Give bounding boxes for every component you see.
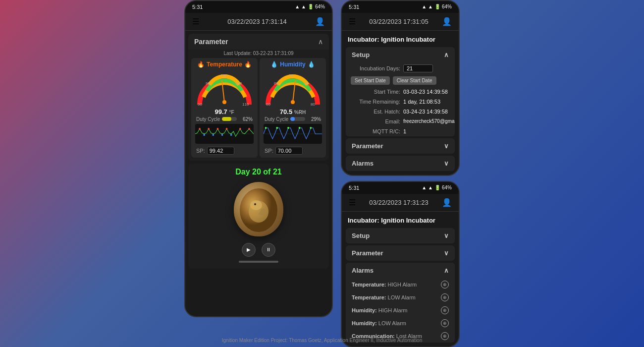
footer: Ignition Maker Edition Project: Thomas G… [0,335,644,344]
est-hatch-row: Est. Hatch: 03-24-23 14:39:58 [346,107,455,116]
parameter-section-left: Parameter ∧ Last Update: 03-22-23 17:31:… [188,34,329,161]
est-hatch-value: 03-24-23 14:39:58 [403,109,448,115]
set-start-date-btn[interactable]: Set Start Date [351,76,390,85]
phone-left: 5:31 ▲ ▲ 🔋 64% ☰ 03/22/2023 17:31:14 👤 P… [184,0,333,317]
humidity-gauge-box: 💧 Humidity 💧 60 80 70 6 [260,58,326,158]
drop-icon: 💧 [270,61,278,68]
svg-text:110: 110 [242,102,249,107]
battery-icon: 🔋 [308,4,314,9]
humid-gauge-svg: 60 80 70 65 75 [263,70,323,107]
user-icon-rt[interactable]: 👤 [442,17,452,26]
media-controls: ▶ ⏸ [192,243,325,257]
svg-text:80: 80 [311,102,315,107]
egg-placeholder [234,182,283,236]
svg-text:65: 65 [274,81,278,86]
alarm-icon-0[interactable]: ⊕ [441,281,449,289]
parameter-label-rb: Parameter [352,249,383,257]
parameter-section-rt: Parameter ∨ [346,138,455,154]
alarm-row-0: Temperature: HIGH Alarm ⊕ [346,278,455,291]
mqtt-label: MQTT R/C: [351,128,400,134]
user-icon[interactable]: 👤 [315,17,325,26]
menu-icon-rt[interactable]: ☰ [349,17,356,26]
svg-point-9 [199,128,201,130]
est-hatch-label: Est. Hatch: [351,109,400,115]
svg-point-15 [203,134,205,136]
temp-sp-row: SP: [194,145,255,155]
svg-text:100: 100 [220,73,227,78]
parameter-header-rt[interactable]: Parameter ∨ [346,138,455,154]
humid-duty-pct: 29% [307,116,321,122]
clear-start-date-btn[interactable]: Clear Start Date [393,76,436,85]
play-button[interactable]: ▶ [242,243,256,257]
status-icons-left: ▲ ▲ 🔋 64% [295,4,325,9]
time-remaining-label: Time Remaining: [351,99,400,105]
start-time-value: 03-03-23 14:39:58 [403,89,448,95]
param-chevron-icon[interactable]: ∧ [318,38,323,46]
alarms-header-rb[interactable]: Alarms ∧ [346,263,455,278]
humid-sp-input[interactable] [275,147,303,155]
parameter-chevron-rt: ∨ [444,142,449,150]
app-header-right-top: ☰ 03/22/2023 17:31:05 👤 [342,13,459,31]
battery-icon-rt: 🔋 [434,4,440,9]
status-bar-right-top: 5:31 ▲ ▲ 🔋 64% [342,1,459,13]
parameter-section-rb: Parameter ∨ [346,245,455,261]
time-right-top: 5:31 [349,4,359,10]
status-icons-right-bottom: ▲ ▲ 🔋 64% [422,185,452,190]
mqtt-value: 1 [403,128,406,134]
parameter-header-rb[interactable]: Parameter ∨ [346,245,455,261]
svg-point-28 [265,127,267,129]
alarm-icon-2[interactable]: ⊕ [441,306,449,314]
right-bottom-content: Incubator: Ignition Incubator Setup ∨ Pa… [342,212,459,347]
flame-icon-2: 🔥 [244,61,252,68]
header-datetime-rt: 03/22/2023 17:31:05 [369,18,428,25]
menu-icon[interactable]: ☰ [192,17,199,26]
temp-duty-bar-bg [222,117,237,121]
email-value: freezercheck570@gmail.com [403,118,455,124]
alarms-header-rt[interactable]: Alarms ∨ [346,156,455,171]
status-bar-right-bottom: 5:31 ▲ ▲ 🔋 64% [342,182,459,194]
alarm-icon-1[interactable]: ⊕ [441,293,449,301]
parameter-label-rt: Parameter [352,142,383,150]
setup-header-bottom[interactable]: Setup ∨ [346,228,455,243]
status-icons-right-top: ▲ ▲ 🔋 64% [422,4,452,9]
wifi-icon: ▲ [295,4,300,9]
alarm-device-0: Temperature: HIGH Alarm [352,282,417,288]
incubation-days-input[interactable] [403,64,433,72]
signal-icon: ▲ [301,4,306,9]
svg-point-13 [239,128,241,130]
temp-duty-pct: 62% [239,116,253,122]
battery-icon-rb: 🔋 [434,185,440,190]
signal-icon-rb: ▲ [428,185,433,190]
start-time-row: Start Time: 03-03-23 14:39:58 [346,87,455,97]
temp-gauge-svg: 90 110 100 95 105 [194,70,255,107]
alarm-icon-3[interactable]: ⊕ [441,319,449,327]
menu-icon-rb[interactable]: ☰ [349,198,356,207]
svg-text:90: 90 [198,102,202,107]
setup-section-top: Setup ∧ Incubation Days: Set Start Date … [346,47,455,136]
humid-value: 70.5 %RH [263,108,323,116]
time-remaining-value: 1 day, 21:08:53 [403,99,440,105]
humid-title: 💧 Humidity 💧 [263,61,323,68]
pause-button[interactable]: ⏸ [262,243,275,257]
play-icon: ▶ [247,247,251,252]
app-header-right-bottom: ☰ 03/22/2023 17:31:23 👤 [342,194,459,212]
email-row: Email: freezercheck570@gmail.com [346,116,455,126]
alarms-label-rb: Alarms [352,267,374,274]
svg-point-30 [287,127,289,129]
alarm-device-2: Humidity: HIGH Alarm [352,307,407,313]
phone-right-bottom: 5:31 ▲ ▲ 🔋 64% ☰ 03/22/2023 17:31:23 👤 I… [341,181,460,347]
svg-point-35 [250,200,262,210]
param-label: Parameter [194,38,228,46]
user-icon-rb[interactable]: 👤 [442,198,452,207]
humid-duty-bar-fill [290,117,295,121]
humid-chart [264,124,322,144]
incubator-title-top: Incubator: Ignition Incubator [342,33,459,45]
temp-sp-input[interactable] [207,147,234,155]
last-update: Last Update: 03-22-23 17:31:09 [188,50,329,58]
app-header-left: ☰ 03/22/2023 17:31:14 👤 [185,13,332,31]
alarms-label-rt: Alarms [352,160,374,167]
setup-header-top[interactable]: Setup ∧ [346,47,455,62]
alarms-chevron-rb: ∧ [444,267,449,274]
flame-icon: 🔥 [197,61,205,68]
humid-duty-cycle: Duty Cycle 29% [263,116,323,123]
